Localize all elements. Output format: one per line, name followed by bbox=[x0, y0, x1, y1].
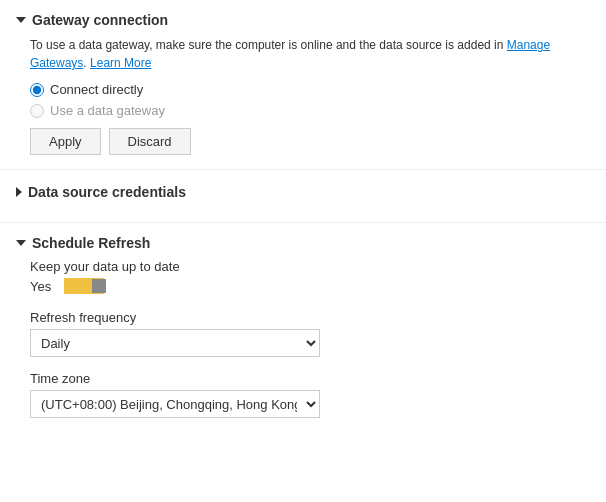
timezone-field: Time zone (UTC+08:00) Beijing, Chongqing… bbox=[30, 371, 590, 418]
connect-directly-radio[interactable] bbox=[30, 83, 44, 97]
credentials-expand-icon bbox=[16, 187, 22, 197]
keep-updated-label: Keep your data up to date bbox=[30, 259, 590, 274]
gateway-section: Gateway connection To use a data gateway… bbox=[0, 0, 606, 169]
credentials-section: Data source credentials bbox=[0, 169, 606, 222]
use-gateway-option[interactable]: Use a data gateway bbox=[30, 103, 590, 118]
gateway-header[interactable]: Gateway connection bbox=[16, 12, 590, 28]
connect-directly-option[interactable]: Connect directly bbox=[30, 82, 590, 97]
refresh-frequency-field: Refresh frequency Daily Weekly bbox=[30, 310, 590, 357]
toggle-track[interactable] bbox=[64, 278, 104, 294]
connect-directly-label[interactable]: Connect directly bbox=[50, 82, 143, 97]
credentials-title: Data source credentials bbox=[28, 184, 186, 200]
timezone-label: Time zone bbox=[30, 371, 590, 386]
gateway-button-row: Apply Discard bbox=[30, 128, 590, 155]
schedule-header[interactable]: Schedule Refresh bbox=[16, 235, 590, 251]
schedule-title: Schedule Refresh bbox=[32, 235, 150, 251]
learn-more-link[interactable]: Learn More bbox=[90, 56, 151, 70]
gateway-radio-group: Connect directly Use a data gateway bbox=[30, 82, 590, 118]
credentials-header[interactable]: Data source credentials bbox=[16, 184, 590, 200]
frequency-label: Refresh frequency bbox=[30, 310, 590, 325]
gateway-description: To use a data gateway, make sure the com… bbox=[30, 36, 590, 72]
use-gateway-radio[interactable] bbox=[30, 104, 44, 118]
gateway-desc-text: To use a data gateway, make sure the com… bbox=[30, 38, 507, 52]
yes-label: Yes bbox=[30, 279, 54, 294]
gateway-title: Gateway connection bbox=[32, 12, 168, 28]
apply-button[interactable]: Apply bbox=[30, 128, 101, 155]
toggle-row: Yes bbox=[30, 278, 590, 294]
gateway-body: To use a data gateway, make sure the com… bbox=[16, 36, 590, 155]
schedule-section: Schedule Refresh Keep your data up to da… bbox=[0, 222, 606, 444]
schedule-collapse-icon bbox=[16, 240, 26, 246]
toggle-switch[interactable] bbox=[64, 278, 104, 294]
frequency-select[interactable]: Daily Weekly bbox=[30, 329, 320, 357]
timezone-select[interactable]: (UTC+08:00) Beijing, Chongqing, Hong Kon… bbox=[30, 390, 320, 418]
schedule-body: Keep your data up to date Yes Refresh fr… bbox=[16, 259, 590, 418]
toggle-thumb bbox=[92, 279, 106, 293]
discard-button[interactable]: Discard bbox=[109, 128, 191, 155]
gateway-collapse-icon bbox=[16, 17, 26, 23]
keep-updated-field: Keep your data up to date Yes bbox=[30, 259, 590, 294]
use-gateway-label: Use a data gateway bbox=[50, 103, 165, 118]
